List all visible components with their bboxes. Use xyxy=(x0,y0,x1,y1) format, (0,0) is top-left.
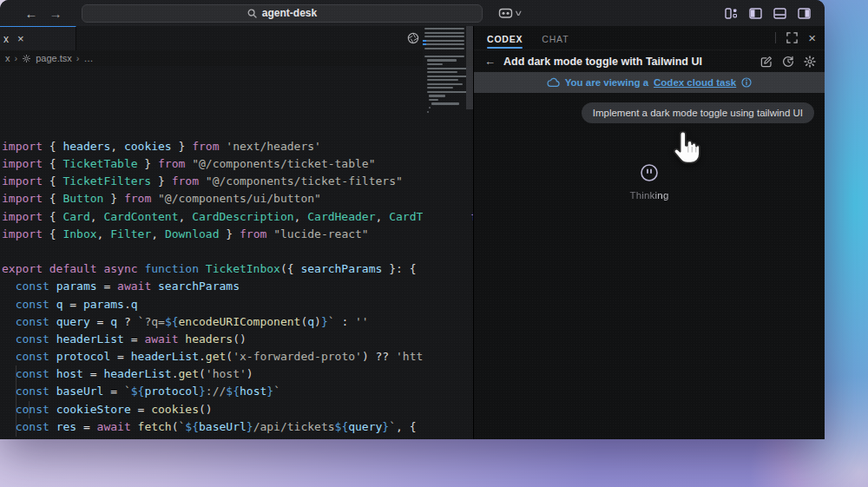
tab-codex[interactable]: CODEX xyxy=(487,28,523,49)
tab-chat[interactable]: CHAT xyxy=(542,28,569,49)
editor-code[interactable]: import { headers, cookies } from 'next/h… xyxy=(0,66,473,439)
codex-cloud-task-link[interactable]: Codex cloud task xyxy=(654,77,736,88)
code-line[interactable]: export default async function TicketInbo… xyxy=(2,260,473,278)
code-line[interactable]: const host = headerList.get('host') xyxy=(2,365,473,383)
code-line[interactable]: import { Card, CardContent, CardDescript… xyxy=(2,208,473,226)
codex-extension-button[interactable]: ∨ xyxy=(498,7,522,19)
code-line[interactable]: import { TicketFilters } from "@/compone… xyxy=(2,173,473,190)
forward-icon[interactable]: → xyxy=(47,6,64,21)
code-token: const xyxy=(2,420,56,433)
minimap-line xyxy=(429,99,438,101)
code-token: headers xyxy=(62,140,110,153)
cloud-icon xyxy=(547,77,560,88)
code-line[interactable]: const baseUrl = `${protocol}://${host}` xyxy=(2,383,473,400)
layout-controls xyxy=(725,8,811,19)
code-token: , xyxy=(376,210,390,223)
code-token: fetch xyxy=(138,420,172,433)
minimap-line xyxy=(424,32,464,34)
breadcrumb-root[interactable]: x xyxy=(5,53,10,63)
vscode-window: ← → agent-desk ∨ x × xyxy=(0,0,825,439)
minimap-line xyxy=(427,83,463,85)
code-token: `?q= xyxy=(138,315,165,328)
code-token: } xyxy=(247,420,253,433)
code-token: import xyxy=(2,210,49,223)
code-token: headerList xyxy=(131,350,199,363)
minimap-line xyxy=(427,71,458,73)
code-line[interactable]: import { Button } from "@/components/ui/… xyxy=(2,190,473,207)
code-token: = xyxy=(83,367,103,380)
code-token: ) xyxy=(314,315,321,328)
code-token: '' xyxy=(355,315,369,328)
minimap-change-marker xyxy=(423,40,426,42)
breadcrumb[interactable]: x › page.tsx › … xyxy=(0,50,473,66)
code-token: query xyxy=(348,420,382,433)
code-token: , { xyxy=(396,420,416,433)
code-token: encodeURIComponent xyxy=(179,315,301,328)
toggle-primary-sidebar-icon[interactable] xyxy=(749,8,762,19)
code-line[interactable]: const cookieStore = cookies() xyxy=(2,401,473,418)
editor-scrollbar[interactable] xyxy=(466,26,473,439)
new-task-icon[interactable] xyxy=(760,56,773,68)
info-icon[interactable] xyxy=(741,77,752,88)
scrollbar-thumb[interactable] xyxy=(466,26,473,109)
breadcrumb-file[interactable]: page.tsx xyxy=(36,53,72,63)
tab-page-tsx[interactable]: x × xyxy=(0,26,76,50)
code-token: } xyxy=(172,140,192,153)
code-token: } xyxy=(199,385,206,398)
code-token: () xyxy=(233,332,247,346)
code-token: await xyxy=(97,420,138,433)
code-token: from xyxy=(240,227,273,240)
code-token: { xyxy=(49,227,63,240)
code-token: ` xyxy=(328,315,335,328)
code-line[interactable]: const res = await fetch(`${baseUrl}/api/… xyxy=(2,418,473,436)
minimap-line xyxy=(424,48,464,49)
close-panel-icon[interactable]: × xyxy=(808,31,816,44)
code-token: query xyxy=(56,315,90,328)
code-token: . xyxy=(124,298,131,311)
minimap-line xyxy=(424,56,464,57)
code-token: } xyxy=(138,157,158,170)
back-icon[interactable]: ← xyxy=(23,6,40,21)
code-token: "@/components/ticket-filters" xyxy=(206,174,403,188)
back-icon[interactable]: ← xyxy=(484,55,496,68)
openai-logo-icon xyxy=(407,32,419,44)
code-token: 'host' xyxy=(206,367,247,380)
code-token: } xyxy=(103,192,123,205)
code-line[interactable]: const query = q ? `?q=${encodeURICompone… xyxy=(2,313,473,331)
tab-close-icon[interactable]: × xyxy=(17,32,24,45)
code-token: } xyxy=(151,174,171,188)
breadcrumb-tail[interactable]: … xyxy=(83,53,93,63)
settings-gear-icon[interactable] xyxy=(804,56,816,68)
code-line[interactable]: import { headers, cookies } from 'next/h… xyxy=(2,138,473,155)
expand-panel-icon[interactable] xyxy=(786,32,798,43)
minimap[interactable] xyxy=(423,26,466,439)
command-center-search[interactable]: agent-desk xyxy=(82,4,483,23)
editor-tabbar: x × ⋯ xyxy=(0,26,473,50)
code-token: params xyxy=(83,298,124,311)
task-header-actions xyxy=(760,56,816,68)
code-token: get xyxy=(206,350,226,363)
minimap-line xyxy=(429,95,445,96)
codex-face-icon xyxy=(498,7,513,19)
code-line[interactable]: cache: 'no-store', xyxy=(2,436,473,439)
history-icon[interactable] xyxy=(782,56,794,68)
code-line[interactable]: import { Inbox, Filter, Download } from … xyxy=(2,226,473,243)
code-line[interactable]: const q = params.q xyxy=(2,296,473,313)
code-token: ) xyxy=(362,350,376,363)
code-token: CardDescription xyxy=(192,210,293,223)
code-line[interactable]: const params = await searchParams xyxy=(2,278,473,295)
toggle-secondary-sidebar-icon[interactable] xyxy=(798,8,811,19)
code-line[interactable]: import { TicketTable } from "@/component… xyxy=(2,155,473,173)
code-token: ` xyxy=(273,385,280,398)
code-line[interactable]: const protocol = headerList.get('x-forwa… xyxy=(2,348,473,365)
code-token: ${ xyxy=(185,420,199,433)
cloud-task-banner[interactable]: You are viewing a Codex cloud task xyxy=(474,72,825,93)
code-line[interactable]: const headerList = await headers() xyxy=(2,331,473,348)
minimap-line xyxy=(427,79,459,81)
customize-layout-icon[interactable] xyxy=(725,8,738,19)
code-token: ${ xyxy=(226,385,240,398)
code-token: protocol xyxy=(144,385,199,398)
toggle-panel-icon[interactable] xyxy=(773,8,786,19)
search-value: agent-desk xyxy=(262,7,317,19)
code-line[interactable] xyxy=(2,243,473,260)
